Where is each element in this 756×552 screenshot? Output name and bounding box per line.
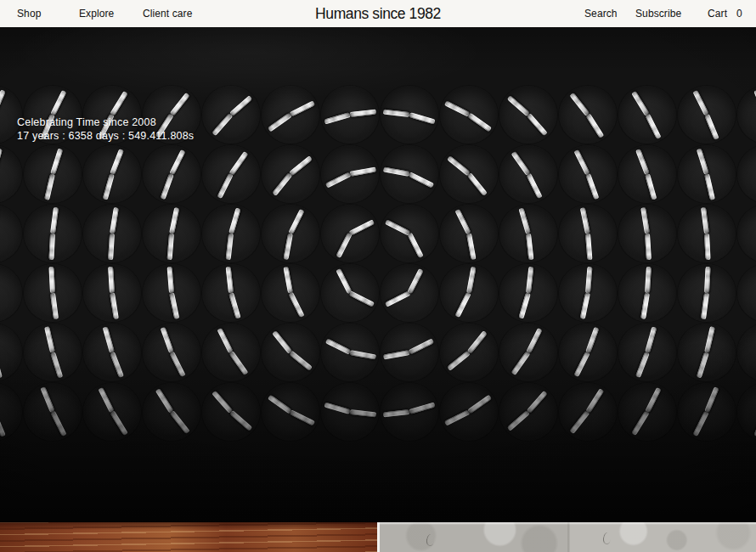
clock-hand xyxy=(467,172,488,196)
clock-hand xyxy=(169,149,185,175)
clock-hand xyxy=(44,326,55,353)
clock-hand xyxy=(645,326,657,352)
clock-hand xyxy=(50,293,59,320)
hero-installation-image: Celebrating Time since 2008 17 years : 6… xyxy=(0,27,756,522)
clock-hand xyxy=(407,268,423,294)
clock xyxy=(737,86,756,144)
clock xyxy=(202,205,260,262)
clock xyxy=(24,324,82,381)
nav-search[interactable]: Search xyxy=(584,0,618,27)
clock xyxy=(678,383,736,441)
clock-hand xyxy=(110,207,119,234)
clock xyxy=(499,86,557,144)
clock-hand xyxy=(697,149,709,175)
clock-hand xyxy=(645,234,652,260)
clock-hand xyxy=(704,173,715,200)
clock-hand xyxy=(103,173,115,200)
clock-hand xyxy=(407,233,423,258)
clock xyxy=(321,324,379,381)
clock-hand xyxy=(585,267,592,293)
clock-hand xyxy=(526,173,542,199)
clock xyxy=(83,383,141,441)
clock-hand xyxy=(324,402,350,414)
clock xyxy=(499,383,557,441)
clock xyxy=(559,205,617,262)
nav-client-care[interactable]: Client care xyxy=(143,0,192,27)
clock xyxy=(321,86,379,144)
clock-hand xyxy=(110,352,124,378)
clock xyxy=(440,264,498,322)
clock-hand xyxy=(704,234,711,260)
clock-hand xyxy=(268,113,292,132)
clock-hand xyxy=(645,387,661,413)
clock xyxy=(678,145,736,203)
clock xyxy=(202,324,260,381)
clock-hand xyxy=(454,292,471,318)
clock-hand xyxy=(467,113,492,132)
clock xyxy=(83,264,141,322)
clock-hand xyxy=(585,173,599,200)
caption-line-1: Celebrating Time since 2008 xyxy=(17,116,194,130)
clock-hand xyxy=(467,330,488,354)
clock-hand xyxy=(580,207,590,234)
clock xyxy=(321,205,379,262)
clock xyxy=(737,324,756,381)
clock-hand xyxy=(518,207,530,234)
clock-hand xyxy=(50,207,59,234)
clock xyxy=(381,324,438,381)
clock-hand xyxy=(48,234,55,260)
clock-hand xyxy=(169,207,179,234)
clock-hand xyxy=(50,149,63,175)
tile-concrete-image-2[interactable] xyxy=(567,522,756,552)
clock-hand xyxy=(507,410,530,431)
brand-logo[interactable]: Humans since 1982 xyxy=(315,0,441,27)
clock-hand xyxy=(409,172,434,188)
clock-hand xyxy=(103,326,115,352)
clock-hand xyxy=(692,411,708,437)
nav-subscribe[interactable]: Subscribe xyxy=(635,0,681,27)
clock xyxy=(321,383,379,441)
clock-hand xyxy=(212,113,233,136)
clock-hand xyxy=(444,100,470,116)
clock xyxy=(262,264,319,322)
clock-hand xyxy=(0,89,6,115)
clock xyxy=(83,205,141,262)
clock-hand xyxy=(226,234,234,260)
clock-hand xyxy=(349,350,376,359)
clock-hand xyxy=(336,233,352,258)
clock-hand xyxy=(229,151,249,176)
clock-hand xyxy=(289,351,313,371)
clock xyxy=(262,324,319,381)
clock-hand xyxy=(511,351,531,375)
clock xyxy=(143,324,200,381)
clock xyxy=(0,205,22,262)
hero-caption: Celebrating Time since 2008 17 years : 6… xyxy=(17,116,194,143)
clock-hand xyxy=(212,391,233,414)
clock-hand xyxy=(527,113,548,136)
clock-hand xyxy=(526,267,533,293)
caption-line-2: 17 years : 6358 days : 549.411.808s xyxy=(17,130,194,144)
tile-concrete-image-1[interactable] xyxy=(380,522,567,552)
clock xyxy=(618,145,676,203)
clock xyxy=(737,205,756,262)
clock xyxy=(202,86,260,144)
nav-shop[interactable]: Shop xyxy=(17,0,41,27)
nav-explore[interactable]: Explore xyxy=(79,0,114,27)
clock-grid xyxy=(0,27,756,522)
clock xyxy=(24,145,82,203)
clock xyxy=(559,86,617,144)
clock-hand xyxy=(631,91,649,116)
clock-hand xyxy=(526,328,542,353)
clock-hand xyxy=(645,114,661,139)
cart-label: Cart xyxy=(708,8,727,20)
clock-hand xyxy=(110,149,124,175)
clock-hand xyxy=(466,233,476,260)
clock xyxy=(559,383,617,441)
tile-red-travertine-image[interactable] xyxy=(0,522,377,552)
clock xyxy=(262,205,319,262)
gallery-strip xyxy=(0,522,756,552)
clock xyxy=(202,264,260,322)
clock-hand xyxy=(409,112,435,124)
clock-hand xyxy=(283,233,292,260)
cart-link[interactable]: Cart 0 xyxy=(708,0,742,27)
